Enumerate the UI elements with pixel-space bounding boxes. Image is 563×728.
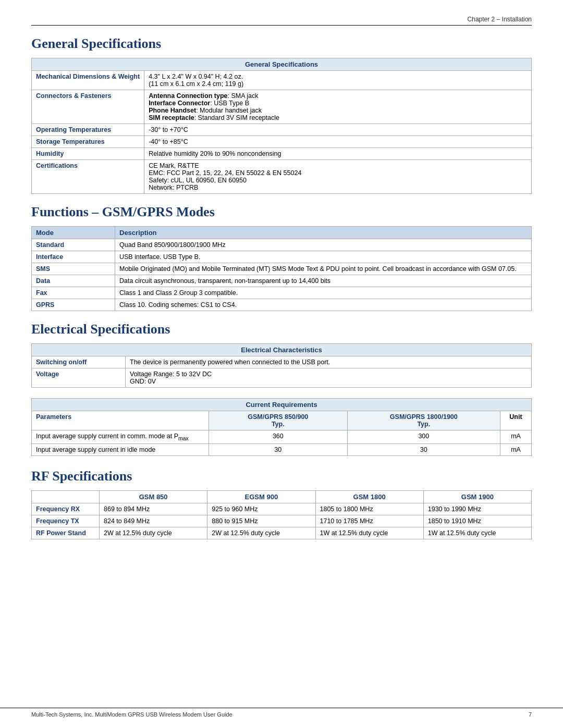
rf-empty-header — [32, 490, 100, 503]
func-mode: GPRS — [32, 299, 115, 311]
row-label: Connectors & Fasteners — [32, 90, 144, 124]
rf-val: 880 to 915 MHz — [207, 515, 315, 527]
current-requirements-table: Current Requirements Parameters GSM/GPRS… — [31, 398, 532, 456]
table-row: GPRS Class 10. Coding schemes: CS1 to CS… — [32, 299, 532, 311]
rf-val: 1710 to 1785 MHz — [315, 515, 423, 527]
func-desc-header: Description — [115, 227, 532, 239]
electrical-specs-title: Electrical Specifications — [31, 322, 532, 337]
table-row: Data Data circuit asynchronous, transpar… — [32, 275, 532, 287]
row-label: Humidity — [32, 148, 144, 160]
gsm1800-col-header: GSM 1800 — [315, 490, 423, 503]
general-specs-title: General Specifications — [31, 36, 532, 52]
rf-val: 1930 to 1990 MHz — [423, 503, 531, 515]
table-row: Storage Temperatures -40° to +85°C — [32, 136, 532, 148]
row-label: Mechanical Dimensions & Weight — [32, 71, 144, 90]
gsm850-col-header: GSM 850 — [100, 490, 207, 503]
func-mode: Data — [32, 275, 115, 287]
func-mode: Standard — [32, 239, 115, 251]
table-row: Standard Quad Band 850/900/1800/1900 MHz — [32, 239, 532, 251]
func-mode: Fax — [32, 287, 115, 299]
curr-unit: mA — [500, 430, 532, 444]
table-row: Operating Temperatures -30° to +70°C — [32, 124, 532, 136]
func-desc: USB interface. USB Type B. — [115, 251, 532, 263]
row-label: Operating Temperatures — [32, 124, 144, 136]
curr-val-2: 30 — [347, 443, 500, 455]
table-row: Voltage Voltage Range: 5 to 32V DCGND: 0… — [32, 368, 532, 388]
gsm1900-col-header: GSM 1900 — [423, 490, 531, 503]
row-value: -30° to +70°C — [144, 124, 532, 136]
curr-header-cell: Current Requirements — [32, 399, 532, 411]
rf-val: 2W at 12.5% duty cycle — [207, 527, 315, 539]
row-value: Relative humidity 20% to 90% noncondensi… — [144, 148, 532, 160]
table-row: Interface USB interface. USB Type B. — [32, 251, 532, 263]
typ-label-1: Typ. — [272, 421, 285, 428]
rf-val: 824 to 849 MHz — [100, 515, 207, 527]
func-mode: Interface — [32, 251, 115, 263]
table-row: Frequency RX 869 to 894 MHz 925 to 960 M… — [32, 503, 532, 515]
typ-label-2: Typ. — [417, 421, 430, 428]
elec-header-row: Electrical Characteristics — [32, 344, 532, 356]
func-desc: Quad Band 850/900/1800/1900 MHz — [115, 239, 532, 251]
elec-header-cell: Electrical Characteristics — [32, 344, 532, 356]
functions-title: Functions – GSM/GPRS Modes — [31, 204, 532, 220]
curr-val-1: 30 — [209, 443, 348, 455]
gsm850-900-header: GSM/GPRS 850/900Typ. — [209, 411, 348, 430]
func-desc: Mobile Originated (MO) and Mobile Termin… — [115, 263, 532, 275]
rf-val: 925 to 960 MHz — [207, 503, 315, 515]
rf-val: 1805 to 1800 MHz — [315, 503, 423, 515]
row-label: Voltage — [32, 368, 126, 388]
func-mode-header: Mode — [32, 227, 115, 239]
general-specs-table: General Specifications Mechanical Dimens… — [31, 58, 532, 194]
table-row: Fax Class 1 and Class 2 Group 3 compatib… — [32, 287, 532, 299]
table-row: RF Power Stand 2W at 12.5% duty cycle 2W… — [32, 527, 532, 539]
rf-val: 1850 to 1910 MHz — [423, 515, 531, 527]
egsm900-col-header: EGSM 900 — [207, 490, 315, 503]
curr-unit: mA — [500, 443, 532, 455]
curr-val-1: 360 — [209, 430, 348, 444]
curr-subheader-row: Parameters GSM/GPRS 850/900Typ. GSM/GPRS… — [32, 411, 532, 430]
gen-specs-header-row: General Specifications — [32, 58, 532, 71]
func-header-row: Mode Description — [32, 227, 532, 239]
curr-header-row: Current Requirements — [32, 399, 532, 411]
row-label: Certifications — [32, 160, 144, 194]
row-value: The device is permanently powered when c… — [126, 356, 532, 368]
gsm1800-1900-header: GSM/GPRS 1800/1900Typ. — [347, 411, 500, 430]
table-row: Humidity Relative humidity 20% to 90% no… — [32, 148, 532, 160]
func-mode: SMS — [32, 263, 115, 275]
rf-header-row: GSM 850 EGSM 900 GSM 1800 GSM 1900 — [32, 490, 532, 503]
table-row: Switching on/off The device is permanent… — [32, 356, 532, 368]
table-row: Input average supply current in comm. mo… — [32, 430, 532, 444]
curr-val-2: 300 — [347, 430, 500, 444]
table-row: Mechanical Dimensions & Weight 4.3" L x … — [32, 71, 532, 90]
gen-specs-header-cell: General Specifications — [32, 58, 532, 71]
rf-row-label: Frequency TX — [32, 515, 100, 527]
table-row: Connectors & Fasteners Antenna Connectio… — [32, 90, 532, 124]
footer-page-number: 7 — [529, 711, 532, 718]
rf-specs-table: GSM 850 EGSM 900 GSM 1800 GSM 1900 Frequ… — [31, 490, 532, 539]
table-row: Input average supply current in idle mod… — [32, 443, 532, 455]
row-value: Voltage Range: 5 to 32V DCGND: 0V — [126, 368, 532, 388]
rf-row-label: Frequency RX — [32, 503, 100, 515]
rf-val: 869 to 894 MHz — [100, 503, 207, 515]
row-value: -40° to +85°C — [144, 136, 532, 148]
functions-table: Mode Description Standard Quad Band 850/… — [31, 226, 532, 311]
unit-header: Unit — [500, 411, 532, 430]
table-row: SMS Mobile Originated (MO) and Mobile Te… — [32, 263, 532, 275]
rf-row-label: RF Power Stand — [32, 527, 100, 539]
rf-val: 1W at 12.5% duty cycle — [315, 527, 423, 539]
row-value: 4.3" L x 2.4" W x 0.94" H; 4.2 oz.(11 cm… — [144, 71, 532, 90]
rf-val: 1W at 12.5% duty cycle — [423, 527, 531, 539]
table-row: Frequency TX 824 to 849 MHz 880 to 915 M… — [32, 515, 532, 527]
page-footer: Multi-Tech Systems, Inc. MultiModem GPRS… — [0, 708, 563, 718]
param-label: Input average supply current in idle mod… — [32, 443, 209, 455]
page-container: Chapter 2 – Installation General Specifi… — [0, 0, 563, 728]
row-label: Switching on/off — [32, 356, 126, 368]
rf-val: 2W at 12.5% duty cycle — [100, 527, 207, 539]
table-row: Certifications CE Mark, R&TTEEMC: FCC Pa… — [32, 160, 532, 194]
chapter-header: Chapter 2 – Installation — [31, 16, 532, 26]
row-label: Storage Temperatures — [32, 136, 144, 148]
row-value: CE Mark, R&TTEEMC: FCC Part 2, 15, 22, 2… — [144, 160, 532, 194]
param-label: Input average supply current in comm. mo… — [32, 430, 209, 444]
electrical-specs-table: Electrical Characteristics Switching on/… — [31, 343, 532, 388]
params-label: Parameters — [32, 411, 209, 430]
